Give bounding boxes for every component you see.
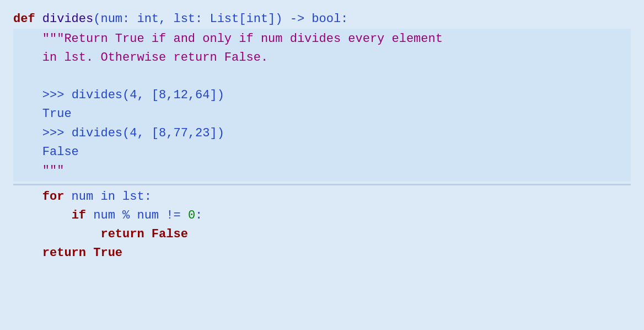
docstring-line-1: """Return True if and only if num divide… — [42, 30, 443, 49]
line-1: def divides (num: int, lst: List[int]) -… — [13, 10, 631, 29]
return-true-value: True — [93, 244, 122, 263]
indent-3 — [13, 49, 42, 67]
if-rest: num % num != — [86, 206, 188, 225]
line-5: >>> divides(4, [8,12,64]) — [13, 86, 631, 105]
code-block: def divides (num: int, lst: List[int]) -… — [13, 10, 631, 263]
prompt-2: >>> — [42, 124, 72, 143]
line-7: >>> divides(4, [8,77,23]) — [13, 124, 631, 143]
result-false: False — [42, 143, 79, 162]
docstring-section: """Return True if and only if num divide… — [13, 29, 631, 182]
indent-10 — [13, 188, 42, 206]
line-9: """ — [13, 162, 631, 180]
keyword-if: if — [72, 206, 86, 225]
code-container: def divides (num: int, lst: List[int]) -… — [0, 0, 644, 330]
number-zero: 0 — [188, 206, 195, 225]
keyword-return-2: return — [42, 244, 86, 263]
indent-2 — [13, 30, 42, 49]
space-1 — [35, 10, 42, 29]
result-true: True — [42, 105, 72, 124]
return-false-value: False — [152, 225, 188, 244]
call-1: divides(4, [8,12,64]) — [72, 86, 224, 105]
line-3: in lst. Otherwise return False. — [13, 49, 631, 67]
line-6: True — [13, 105, 631, 124]
line-11: if num % num != 0 : — [13, 206, 631, 225]
keyword-def: def — [13, 10, 35, 29]
line-8: False — [13, 143, 631, 162]
line-10: for num in lst: — [13, 188, 631, 206]
indent-13 — [13, 244, 42, 263]
keyword-for: for — [42, 188, 65, 206]
line-4 — [13, 67, 631, 86]
line-2: """Return True if and only if num divide… — [13, 30, 631, 49]
indent-7 — [13, 124, 42, 143]
call-2: divides(4, [8,77,23]) — [72, 124, 224, 143]
indent-5 — [13, 86, 42, 105]
indent-11 — [13, 206, 72, 225]
indent-12 — [13, 225, 100, 244]
line-13: return True — [13, 244, 631, 263]
for-rest: num in lst: — [64, 188, 151, 206]
indent-8 — [13, 143, 42, 162]
colon: : — [195, 206, 202, 225]
indent-6 — [13, 105, 42, 124]
keyword-return-1: return — [100, 225, 144, 244]
indent-9 — [13, 162, 42, 180]
params: (num: int, lst: List[int]) -> bool: — [93, 10, 348, 29]
separator — [13, 184, 631, 185]
docstring-end: """ — [42, 162, 65, 180]
space-return-1 — [144, 225, 152, 244]
docstring-line-2: in lst. Otherwise return False. — [42, 49, 268, 67]
space-return-2 — [86, 244, 93, 263]
empty-line — [13, 67, 20, 86]
line-12: return False — [13, 225, 631, 244]
prompt-1: >>> — [42, 86, 72, 105]
function-name: divides — [42, 10, 93, 29]
